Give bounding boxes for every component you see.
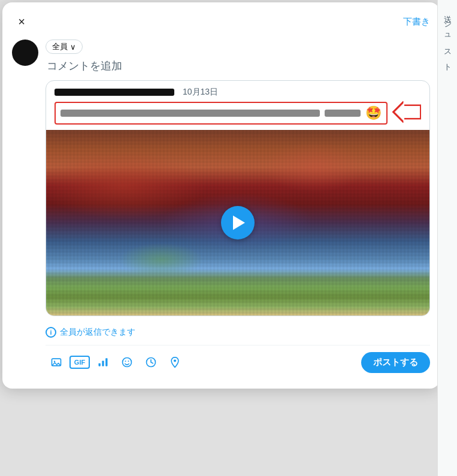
post-date: 10月13日 — [183, 87, 218, 98]
sidebar-peek-text3: ュ — [442, 29, 453, 39]
left-arrow-icon — [392, 101, 421, 123]
author-name-redacted — [55, 89, 174, 96]
emoji-button[interactable] — [116, 351, 138, 373]
post-author-bar: 10月13日 — [55, 87, 218, 98]
redacted-text-1 — [60, 110, 320, 117]
gif-label: GIF — [74, 359, 85, 366]
modal-header: × 下書き — [12, 12, 430, 31]
close-button[interactable]: × — [12, 12, 31, 31]
post-text-highlighted: 🤩 — [55, 102, 388, 125]
emoji-icon — [121, 356, 133, 368]
avatar — [12, 40, 38, 66]
image-icon — [50, 356, 62, 368]
reply-notice: i 全員が返信できます — [46, 322, 430, 345]
svg-point-9 — [128, 360, 129, 362]
reply-modal: × 下書き 全員 ∨ コメントを追加 10月13日 — [2, 2, 440, 389]
gif-button[interactable]: GIF — [69, 356, 90, 369]
sidebar-peek-text2: ジ — [442, 15, 453, 25]
audience-selector[interactable]: 全員 ∨ — [46, 40, 83, 54]
poll-icon — [97, 356, 109, 368]
location-icon — [169, 356, 181, 368]
svg-rect-6 — [105, 358, 107, 366]
audience-label: 全員 — [52, 41, 68, 52]
svg-rect-5 — [102, 361, 104, 366]
redacted-text-2 — [325, 110, 361, 117]
info-icon: i — [46, 327, 56, 338]
play-button[interactable] — [221, 206, 255, 239]
compose-row: 全員 ∨ コメントを追加 10月13日 — [12, 40, 430, 373]
toolbar-icons: GIF — [46, 351, 186, 373]
modal-overlay: × 下書き 全員 ∨ コメントを追加 10月13日 — [0, 0, 457, 476]
svg-rect-4 — [99, 363, 101, 366]
sidebar-peek-text: 送 — [442, 10, 453, 10]
reply-notice-text: 全員が返信できます — [60, 327, 135, 338]
original-post-card: 10月13日 🤩 — [46, 80, 430, 316]
video-thumbnail[interactable] — [46, 130, 429, 316]
post-submit-button[interactable]: ポストする — [361, 352, 430, 373]
image-upload-button[interactable] — [46, 351, 67, 373]
svg-point-11 — [174, 359, 176, 362]
svg-point-3 — [54, 361, 56, 363]
schedule-button[interactable] — [140, 351, 162, 373]
chevron-down-icon: ∨ — [70, 43, 76, 51]
draft-button[interactable]: 下書き — [403, 16, 430, 28]
post-card-header: 10月13日 — [46, 81, 429, 101]
play-icon — [233, 216, 245, 230]
location-button[interactable] — [164, 351, 186, 373]
compose-area: 全員 ∨ コメントを追加 10月13日 — [46, 40, 430, 373]
sidebar-peek-text5: ト — [442, 58, 453, 68]
poll-button[interactable] — [92, 351, 114, 373]
arrow-indicator — [392, 101, 421, 125]
sidebar-peek-text4: ス — [442, 44, 453, 53]
star-eyes-emoji: 🤩 — [365, 105, 382, 121]
toolbar-row: GIF — [46, 345, 430, 373]
right-sidebar-peek: 送 ジ ュ ス ト — [437, 0, 457, 476]
svg-point-7 — [123, 358, 132, 367]
schedule-icon — [145, 356, 157, 368]
svg-point-8 — [125, 360, 126, 362]
compose-placeholder[interactable]: コメントを追加 — [46, 59, 430, 73]
post-content-row: 🤩 — [46, 101, 429, 130]
